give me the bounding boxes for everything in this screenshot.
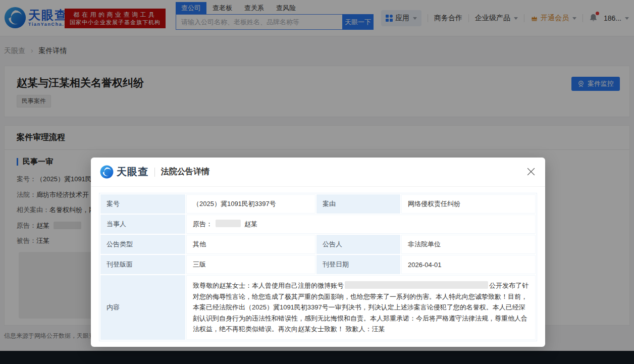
- announcement-type-label: 公告类型: [100, 235, 185, 254]
- content-value: 致尊敬的赵某女士：本人曾使用自己注册的微博账号公开发布了针对您的侮辱性言论，给您…: [186, 275, 536, 340]
- table-row: 当事人 原告：赵某: [100, 215, 536, 234]
- case-no-value: （2025）冀1091民初3397号: [186, 194, 315, 214]
- party-name: 赵某: [244, 220, 257, 228]
- redacted-text: [216, 220, 241, 227]
- cause-value: 网络侵权责任纠纷: [401, 194, 536, 214]
- page-edition-label: 刊登版面: [100, 255, 185, 274]
- modal-brand: 天眼查: [117, 165, 148, 179]
- court-announcement-modal: 天眼查 法院公告详情 案号 （2025）冀1091民初3397号 案由 网络侵权…: [91, 158, 545, 347]
- publish-date-label: 刊登日期: [316, 255, 400, 274]
- content-part1: 致尊敬的赵某女士：本人曾使用自己注册的微博账号: [193, 282, 344, 289]
- announcement-detail-table: 案号 （2025）冀1091民初3397号 案由 网络侵权责任纠纷 当事人 原告…: [99, 193, 537, 341]
- modal-title: 法院公告详情: [161, 167, 209, 177]
- table-row: 案号 （2025）冀1091民初3397号 案由 网络侵权责任纠纷: [100, 194, 536, 214]
- case-no-label: 案号: [100, 194, 185, 214]
- page-edition-value: 三版: [186, 255, 315, 274]
- divider: [154, 168, 155, 177]
- announcer-label: 公告人: [316, 235, 400, 254]
- table-row: 内容 致尊敬的赵某女士：本人曾使用自己注册的微博账号公开发布了针对您的侮辱性言论…: [100, 275, 536, 340]
- tianyancha-logo-icon: [100, 165, 114, 179]
- publish-date-value: 2026-04-01: [401, 255, 536, 274]
- party-prefix: 原告：: [193, 220, 213, 228]
- table-row: 刊登版面 三版 刊登日期 2026-04-01: [100, 255, 536, 274]
- party-label: 当事人: [100, 215, 185, 234]
- content-part2: 公开发布了针对您的侮辱性言论，给您造成了极其严重的负面影响，也给您带来了一系列的…: [193, 282, 529, 333]
- cause-label: 案由: [316, 194, 400, 214]
- content-label: 内容: [100, 275, 185, 340]
- party-value: 原告：赵某: [186, 215, 536, 234]
- table-row: 公告类型 其他 公告人 非法院单位: [100, 235, 536, 254]
- modal-header: 天眼查 法院公告详情: [91, 158, 545, 187]
- announcement-type-value: 其他: [186, 235, 315, 254]
- close-icon[interactable]: [526, 167, 536, 177]
- announcer-value: 非法院单位: [401, 235, 536, 254]
- redacted-text: [345, 281, 488, 289]
